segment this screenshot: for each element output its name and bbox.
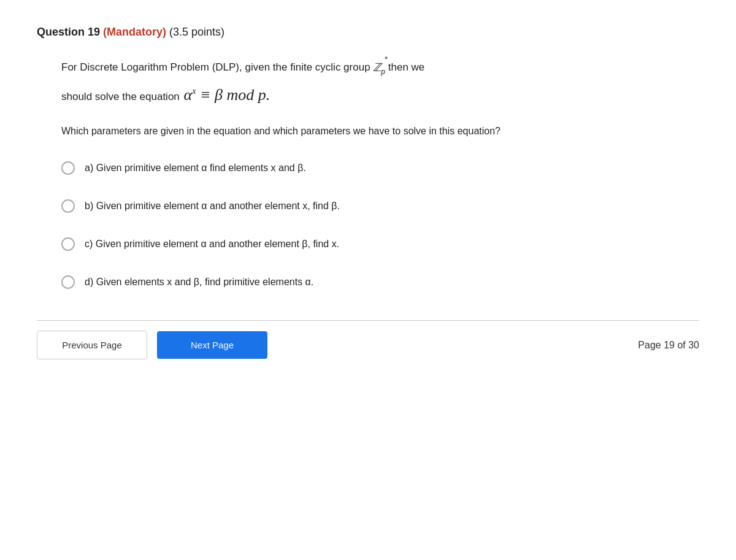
footer: Previous Page Next Page Page 19 of 30	[37, 320, 699, 359]
equation-rest: ≡ β mod p.	[200, 86, 270, 104]
option-c[interactable]: c) Given primitive element α and another…	[61, 237, 699, 251]
option-d-label: d) Given elements x and β, find primitiv…	[85, 275, 313, 290]
option-b-label: b) Given primitive element α and another…	[85, 199, 340, 213]
next-page-button[interactable]: Next Page	[157, 331, 267, 359]
intro-line: For Discrete Logarithm Problem (DLP), gi…	[61, 57, 699, 79]
radio-a[interactable]	[61, 161, 75, 175]
intro-text-3: should solve the equation	[61, 91, 180, 102]
mandatory-label: (Mandatory)	[103, 26, 166, 38]
option-b[interactable]: b) Given primitive element α and another…	[61, 199, 699, 213]
intro-text-1: For Discrete Logarithm Problem (DLP), gi…	[61, 61, 370, 73]
group-symbol: ℤ*p	[373, 57, 385, 79]
radio-b[interactable]	[61, 199, 75, 213]
radio-d[interactable]	[61, 275, 75, 289]
question-number: Question 19	[37, 26, 100, 38]
options-container: a) Given primitive element α find elemen…	[61, 161, 699, 290]
option-a[interactable]: a) Given primitive element α find elemen…	[61, 161, 699, 175]
previous-page-button[interactable]: Previous Page	[37, 331, 147, 359]
radio-c[interactable]	[61, 237, 75, 251]
question-body: For Discrete Logarithm Problem (DLP), gi…	[61, 57, 699, 139]
equation-line: should solve the equation αx ≡ β mod p.	[61, 82, 699, 109]
prompt-text: Which parameters are given in the equati…	[61, 123, 699, 139]
page-indicator: Page 19 of 30	[638, 340, 699, 351]
equation-alpha: αx	[183, 86, 196, 104]
question-header: Question 19 (Mandatory) (3.5 points)	[37, 25, 699, 40]
intro-text-2: then we	[388, 61, 425, 73]
points-label: (3.5 points)	[169, 26, 224, 38]
option-d[interactable]: d) Given elements x and β, find primitiv…	[61, 275, 699, 290]
option-c-label: c) Given primitive element α and another…	[85, 237, 339, 251]
page-container: Question 19 (Mandatory) (3.5 points) For…	[0, 0, 736, 378]
option-a-label: a) Given primitive element α find elemen…	[85, 161, 306, 175]
